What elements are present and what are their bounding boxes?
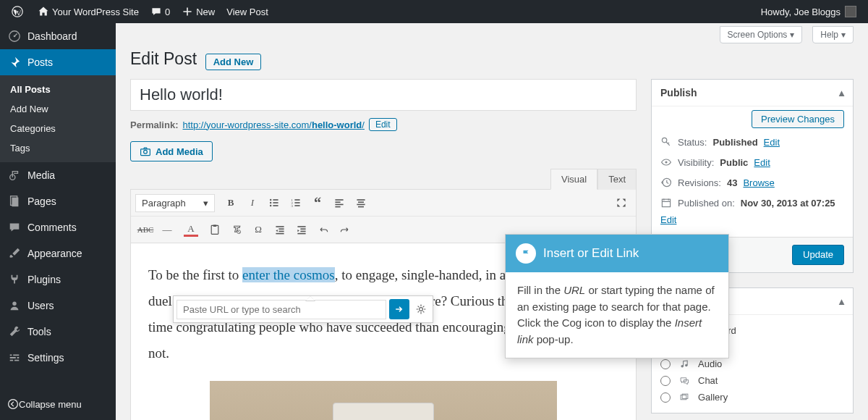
number-list-button[interactable]: 123 (286, 193, 306, 213)
indent-button[interactable] (292, 219, 312, 240)
svg-rect-29 (358, 206, 364, 208)
submenu-tags[interactable]: Tags (0, 138, 116, 158)
permalink-edit-button[interactable]: Edit (369, 118, 397, 131)
sidebar-item-dashboard[interactable]: Dashboard (0, 23, 116, 49)
tab-visual[interactable]: Visual (550, 169, 597, 190)
clear-format-button[interactable] (226, 219, 247, 240)
format-select[interactable]: Paragraph▾ (135, 194, 215, 212)
strikethrough-button[interactable]: ABC (135, 219, 156, 240)
link-options-button[interactable] (412, 301, 430, 318)
italic-button[interactable]: I (242, 193, 263, 213)
sidebar-item-settings[interactable]: Settings (0, 345, 116, 371)
content-image[interactable] (210, 381, 557, 420)
format-option-gallery[interactable]: Gallery (660, 389, 844, 406)
add-new-button[interactable]: Add New (205, 54, 262, 70)
page-title: Edit Post (130, 49, 197, 69)
help-button[interactable]: Help▾ (812, 26, 854, 43)
account-link[interactable]: Howdy, Joe Bloggs (755, 0, 862, 23)
avatar (845, 6, 856, 17)
svg-rect-35 (278, 231, 284, 232)
align-left-button[interactable] (329, 193, 349, 213)
revisions-browse-link[interactable]: Browse (743, 177, 774, 188)
submenu-add-new[interactable]: Add New (0, 99, 116, 119)
update-button[interactable]: Update (792, 245, 844, 265)
submenu-all-posts[interactable]: All Posts (0, 80, 116, 99)
bold-button[interactable]: B (221, 193, 241, 213)
add-media-button[interactable]: Add Media (130, 141, 213, 161)
svg-text:3: 3 (292, 204, 294, 208)
status-edit-link[interactable]: Edit (764, 137, 780, 148)
quote-button[interactable]: “ (307, 193, 328, 213)
chevron-down-icon: ▾ (203, 198, 208, 209)
svg-point-9 (144, 150, 148, 154)
toggle-icon[interactable]: ▴ (839, 87, 844, 98)
submenu-categories[interactable]: Categories (0, 119, 116, 138)
sidebar-item-label: Settings (27, 352, 64, 364)
selected-link-text[interactable]: enter the cosmos (242, 267, 335, 282)
publish-title: Publish (660, 87, 697, 98)
undo-button[interactable] (313, 219, 333, 240)
sidebar-item-appearance[interactable]: Appearance (0, 240, 116, 266)
svg-rect-11 (273, 199, 278, 201)
text-color-button[interactable]: A (179, 219, 203, 240)
sidebar-item-label: Pages (27, 196, 56, 207)
preview-button[interactable]: Preview Changes (752, 110, 844, 128)
sidebar-item-posts[interactable]: Posts (0, 49, 116, 75)
special-char-button[interactable]: Ω (248, 219, 268, 240)
toggle-icon[interactable]: ▴ (839, 295, 844, 307)
sidebar-item-label: Users (27, 300, 54, 311)
svg-rect-22 (335, 199, 343, 201)
inline-link-popover (173, 295, 433, 323)
tab-text[interactable]: Text (597, 169, 637, 190)
view-post-link[interactable]: View Post (221, 0, 274, 23)
link-url-input[interactable] (176, 300, 386, 319)
fullscreen-button[interactable] (611, 193, 631, 213)
sidebar-item-users[interactable]: Users (0, 293, 116, 319)
paste-text-button[interactable] (205, 219, 225, 240)
new-link[interactable]: New (176, 0, 221, 23)
sidebar-item-comments[interactable]: Comments (0, 214, 116, 240)
permalink-link[interactable]: http://your-wordpress-site.com/hello-wor… (182, 119, 364, 130)
screen-options-button[interactable]: Screen Options▾ (720, 26, 803, 43)
align-center-button[interactable] (351, 193, 371, 213)
svg-point-41 (420, 308, 423, 311)
sidebar-item-pages[interactable]: Pages (0, 188, 116, 214)
post-title-input[interactable] (130, 79, 637, 111)
collapse-menu[interactable]: Collapse menu (0, 392, 116, 416)
brush-icon (7, 246, 22, 261)
eye-icon (660, 156, 672, 168)
visibility-edit-link[interactable]: Edit (754, 157, 770, 168)
apply-link-button[interactable] (389, 299, 409, 319)
svg-rect-40 (297, 233, 305, 235)
plus-icon (182, 6, 193, 17)
permalink-label: Permalink: (130, 119, 178, 130)
sidebar-item-tools[interactable]: Tools (0, 319, 116, 345)
sidebar-item-label: Posts (27, 56, 53, 68)
wp-logo[interactable] (6, 0, 32, 23)
hr-button[interactable]: — (157, 219, 177, 240)
sliders-icon (7, 350, 22, 365)
format-option-chat[interactable]: Chat (660, 372, 844, 389)
svg-rect-34 (278, 228, 284, 230)
sidebar-item-label: Tools (27, 326, 51, 337)
svg-rect-37 (297, 226, 305, 227)
svg-rect-30 (211, 225, 218, 234)
svg-rect-31 (213, 225, 217, 227)
chevron-down-icon: ▾ (841, 30, 846, 40)
comments-link[interactable]: 0 (145, 0, 176, 23)
bullet-list-button[interactable] (264, 193, 284, 213)
home-icon (38, 6, 49, 17)
sidebar-item-plugins[interactable]: Plugins (0, 266, 116, 293)
redo-button[interactable] (335, 219, 355, 240)
sidebar-item-label: Media (27, 169, 55, 181)
svg-rect-5 (12, 198, 18, 207)
outdent-button[interactable] (270, 219, 290, 240)
published-edit-link[interactable]: Edit (660, 214, 844, 225)
sidebar-item-media[interactable]: Media (0, 162, 116, 188)
svg-point-42 (662, 138, 666, 142)
permalink-row: Permalink: http://your-wordpress-site.co… (130, 118, 637, 131)
site-link[interactable]: Your WordPress Site (32, 0, 145, 23)
comment-icon (7, 220, 22, 235)
music-icon (678, 359, 691, 369)
svg-point-6 (12, 302, 16, 306)
